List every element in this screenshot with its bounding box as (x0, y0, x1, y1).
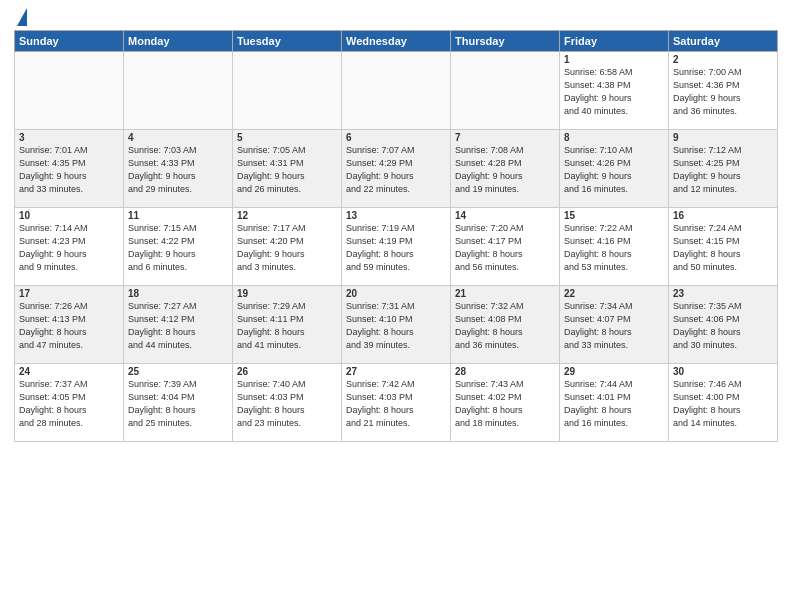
day-number: 8 (564, 132, 664, 143)
day-info: Sunrise: 7:19 AM Sunset: 4:19 PM Dayligh… (346, 222, 446, 274)
header-thursday: Thursday (451, 31, 560, 52)
logo-triangle-icon (17, 8, 27, 26)
calendar-cell: 6Sunrise: 7:07 AM Sunset: 4:29 PM Daylig… (342, 130, 451, 208)
day-number: 21 (455, 288, 555, 299)
page-container: SundayMondayTuesdayWednesdayThursdayFrid… (0, 0, 792, 448)
calendar-cell: 30Sunrise: 7:46 AM Sunset: 4:00 PM Dayli… (669, 364, 778, 442)
calendar-cell: 15Sunrise: 7:22 AM Sunset: 4:16 PM Dayli… (560, 208, 669, 286)
calendar-cell: 23Sunrise: 7:35 AM Sunset: 4:06 PM Dayli… (669, 286, 778, 364)
calendar-cell: 9Sunrise: 7:12 AM Sunset: 4:25 PM Daylig… (669, 130, 778, 208)
calendar-cell: 16Sunrise: 7:24 AM Sunset: 4:15 PM Dayli… (669, 208, 778, 286)
calendar-cell: 8Sunrise: 7:10 AM Sunset: 4:26 PM Daylig… (560, 130, 669, 208)
day-info: Sunrise: 7:14 AM Sunset: 4:23 PM Dayligh… (19, 222, 119, 274)
day-number: 1 (564, 54, 664, 65)
day-number: 12 (237, 210, 337, 221)
calendar-cell: 2Sunrise: 7:00 AM Sunset: 4:36 PM Daylig… (669, 52, 778, 130)
calendar-cell: 13Sunrise: 7:19 AM Sunset: 4:19 PM Dayli… (342, 208, 451, 286)
day-number: 29 (564, 366, 664, 377)
day-info: Sunrise: 7:43 AM Sunset: 4:02 PM Dayligh… (455, 378, 555, 430)
day-number: 13 (346, 210, 446, 221)
calendar-week-4: 17Sunrise: 7:26 AM Sunset: 4:13 PM Dayli… (15, 286, 778, 364)
day-info: Sunrise: 7:42 AM Sunset: 4:03 PM Dayligh… (346, 378, 446, 430)
day-info: Sunrise: 7:27 AM Sunset: 4:12 PM Dayligh… (128, 300, 228, 352)
page-header (14, 10, 778, 26)
header-monday: Monday (124, 31, 233, 52)
calendar-cell: 19Sunrise: 7:29 AM Sunset: 4:11 PM Dayli… (233, 286, 342, 364)
calendar-cell (451, 52, 560, 130)
calendar-cell: 5Sunrise: 7:05 AM Sunset: 4:31 PM Daylig… (233, 130, 342, 208)
calendar-cell: 29Sunrise: 7:44 AM Sunset: 4:01 PM Dayli… (560, 364, 669, 442)
day-number: 9 (673, 132, 773, 143)
day-info: Sunrise: 7:10 AM Sunset: 4:26 PM Dayligh… (564, 144, 664, 196)
calendar-cell (342, 52, 451, 130)
day-number: 19 (237, 288, 337, 299)
calendar-table: SundayMondayTuesdayWednesdayThursdayFrid… (14, 30, 778, 442)
calendar-cell: 1Sunrise: 6:58 AM Sunset: 4:38 PM Daylig… (560, 52, 669, 130)
day-number: 3 (19, 132, 119, 143)
day-info: Sunrise: 7:24 AM Sunset: 4:15 PM Dayligh… (673, 222, 773, 274)
day-info: Sunrise: 7:20 AM Sunset: 4:17 PM Dayligh… (455, 222, 555, 274)
day-info: Sunrise: 7:34 AM Sunset: 4:07 PM Dayligh… (564, 300, 664, 352)
day-number: 25 (128, 366, 228, 377)
day-number: 15 (564, 210, 664, 221)
calendar-cell: 18Sunrise: 7:27 AM Sunset: 4:12 PM Dayli… (124, 286, 233, 364)
day-number: 14 (455, 210, 555, 221)
header-sunday: Sunday (15, 31, 124, 52)
calendar-cell: 17Sunrise: 7:26 AM Sunset: 4:13 PM Dayli… (15, 286, 124, 364)
calendar-cell: 10Sunrise: 7:14 AM Sunset: 4:23 PM Dayli… (15, 208, 124, 286)
calendar-week-5: 24Sunrise: 7:37 AM Sunset: 4:05 PM Dayli… (15, 364, 778, 442)
day-info: Sunrise: 7:44 AM Sunset: 4:01 PM Dayligh… (564, 378, 664, 430)
calendar-cell: 21Sunrise: 7:32 AM Sunset: 4:08 PM Dayli… (451, 286, 560, 364)
calendar-cell (233, 52, 342, 130)
header-tuesday: Tuesday (233, 31, 342, 52)
day-number: 5 (237, 132, 337, 143)
calendar-header-row: SundayMondayTuesdayWednesdayThursdayFrid… (15, 31, 778, 52)
header-wednesday: Wednesday (342, 31, 451, 52)
day-info: Sunrise: 7:15 AM Sunset: 4:22 PM Dayligh… (128, 222, 228, 274)
calendar-cell: 14Sunrise: 7:20 AM Sunset: 4:17 PM Dayli… (451, 208, 560, 286)
day-info: Sunrise: 7:01 AM Sunset: 4:35 PM Dayligh… (19, 144, 119, 196)
day-number: 26 (237, 366, 337, 377)
calendar-week-1: 1Sunrise: 6:58 AM Sunset: 4:38 PM Daylig… (15, 52, 778, 130)
calendar-cell: 28Sunrise: 7:43 AM Sunset: 4:02 PM Dayli… (451, 364, 560, 442)
day-number: 23 (673, 288, 773, 299)
day-info: Sunrise: 7:26 AM Sunset: 4:13 PM Dayligh… (19, 300, 119, 352)
day-number: 27 (346, 366, 446, 377)
day-info: Sunrise: 7:35 AM Sunset: 4:06 PM Dayligh… (673, 300, 773, 352)
day-number: 16 (673, 210, 773, 221)
calendar-cell: 24Sunrise: 7:37 AM Sunset: 4:05 PM Dayli… (15, 364, 124, 442)
day-number: 11 (128, 210, 228, 221)
calendar-cell: 20Sunrise: 7:31 AM Sunset: 4:10 PM Dayli… (342, 286, 451, 364)
calendar-cell: 3Sunrise: 7:01 AM Sunset: 4:35 PM Daylig… (15, 130, 124, 208)
day-info: Sunrise: 7:40 AM Sunset: 4:03 PM Dayligh… (237, 378, 337, 430)
day-number: 30 (673, 366, 773, 377)
day-info: Sunrise: 7:37 AM Sunset: 4:05 PM Dayligh… (19, 378, 119, 430)
day-info: Sunrise: 7:07 AM Sunset: 4:29 PM Dayligh… (346, 144, 446, 196)
calendar-week-2: 3Sunrise: 7:01 AM Sunset: 4:35 PM Daylig… (15, 130, 778, 208)
day-info: Sunrise: 7:31 AM Sunset: 4:10 PM Dayligh… (346, 300, 446, 352)
day-info: Sunrise: 7:32 AM Sunset: 4:08 PM Dayligh… (455, 300, 555, 352)
day-info: Sunrise: 7:08 AM Sunset: 4:28 PM Dayligh… (455, 144, 555, 196)
day-info: Sunrise: 7:22 AM Sunset: 4:16 PM Dayligh… (564, 222, 664, 274)
day-number: 4 (128, 132, 228, 143)
day-info: Sunrise: 7:46 AM Sunset: 4:00 PM Dayligh… (673, 378, 773, 430)
day-number: 28 (455, 366, 555, 377)
day-number: 22 (564, 288, 664, 299)
day-number: 2 (673, 54, 773, 65)
day-info: Sunrise: 6:58 AM Sunset: 4:38 PM Dayligh… (564, 66, 664, 118)
day-info: Sunrise: 7:12 AM Sunset: 4:25 PM Dayligh… (673, 144, 773, 196)
calendar-cell: 7Sunrise: 7:08 AM Sunset: 4:28 PM Daylig… (451, 130, 560, 208)
calendar-cell: 27Sunrise: 7:42 AM Sunset: 4:03 PM Dayli… (342, 364, 451, 442)
calendar-cell: 25Sunrise: 7:39 AM Sunset: 4:04 PM Dayli… (124, 364, 233, 442)
calendar-cell (124, 52, 233, 130)
day-info: Sunrise: 7:05 AM Sunset: 4:31 PM Dayligh… (237, 144, 337, 196)
calendar-week-3: 10Sunrise: 7:14 AM Sunset: 4:23 PM Dayli… (15, 208, 778, 286)
day-info: Sunrise: 7:29 AM Sunset: 4:11 PM Dayligh… (237, 300, 337, 352)
day-info: Sunrise: 7:03 AM Sunset: 4:33 PM Dayligh… (128, 144, 228, 196)
calendar-cell: 12Sunrise: 7:17 AM Sunset: 4:20 PM Dayli… (233, 208, 342, 286)
day-number: 6 (346, 132, 446, 143)
calendar-cell: 22Sunrise: 7:34 AM Sunset: 4:07 PM Dayli… (560, 286, 669, 364)
day-info: Sunrise: 7:17 AM Sunset: 4:20 PM Dayligh… (237, 222, 337, 274)
day-number: 24 (19, 366, 119, 377)
day-number: 7 (455, 132, 555, 143)
